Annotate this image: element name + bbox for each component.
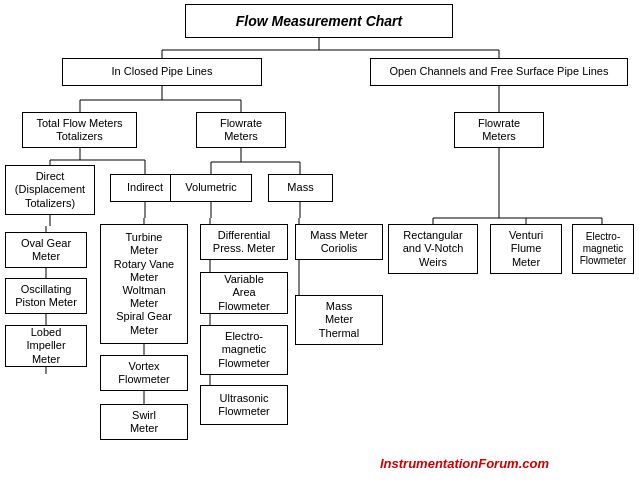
swirl-node: Swirl Meter xyxy=(100,404,188,440)
mass-coriolis-node: Mass Meter Coriolis xyxy=(295,224,383,260)
chart-container: Flow Measurement Chart In Closed Pipe Li… xyxy=(0,0,639,500)
oscillating-piston-node: Oscillating Piston Meter xyxy=(5,278,87,314)
volumetric-node: Volumetric xyxy=(170,174,252,202)
closed-pipe-node: In Closed Pipe Lines xyxy=(62,58,262,86)
open-channels-node: Open Channels and Free Surface Pipe Line… xyxy=(370,58,628,86)
direct-node: Direct (Displacement Totalizers) xyxy=(5,165,95,215)
rectangular-node: Rectangular and V-Notch Weirs xyxy=(388,224,478,274)
flowrate-meters-right-node: Flowrate Meters xyxy=(454,112,544,148)
flowrate-meters-left-node: Flowrate Meters xyxy=(196,112,286,148)
total-flow-node: Total Flow Meters Totalizers xyxy=(22,112,137,148)
variable-area-node: Variable Area Flowmeter xyxy=(200,272,288,314)
turbine-group-node: Turbine Meter Rotary Vane Meter Woltman … xyxy=(100,224,188,344)
mass-node: Mass xyxy=(268,174,333,202)
diff-press-node: Differential Press. Meter xyxy=(200,224,288,260)
oval-gear-node: Oval Gear Meter xyxy=(5,232,87,268)
ultrasonic-node: Ultrasonic Flowmeter xyxy=(200,385,288,425)
electromagnetic-right-node: Electro- magnetic Flowmeter xyxy=(572,224,634,274)
watermark: InstrumentationForum.com xyxy=(380,456,549,471)
mass-thermal-node: Mass Meter Thermal xyxy=(295,295,383,345)
lobed-impeller-node: Lobed Impeller Meter xyxy=(5,325,87,367)
vortex-node: Vortex Flowmeter xyxy=(100,355,188,391)
venturi-flume-node: Venturi Flume Meter xyxy=(490,224,562,274)
root-node: Flow Measurement Chart xyxy=(185,4,453,38)
electromagnetic-left-node: Electro- magnetic Flowmeter xyxy=(200,325,288,375)
